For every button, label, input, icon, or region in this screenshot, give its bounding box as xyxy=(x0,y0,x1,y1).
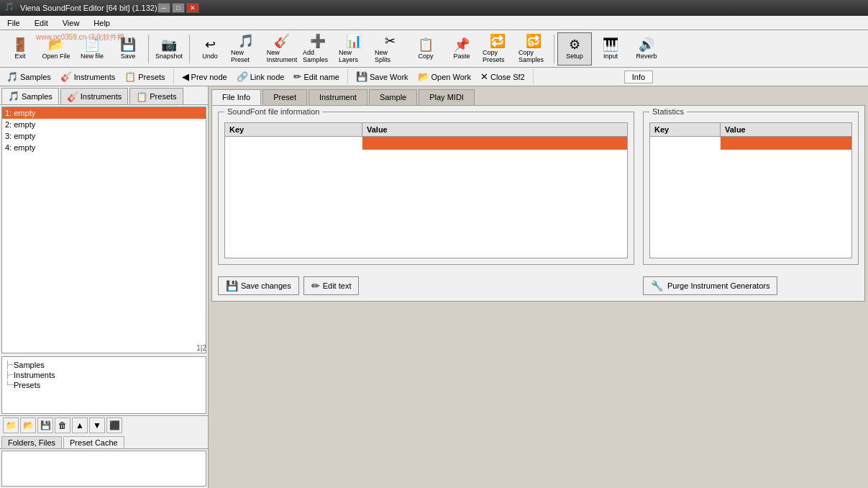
copy-button[interactable]: 📋 Copy xyxy=(408,32,443,65)
list-item[interactable]: 4: empty xyxy=(2,142,206,153)
add-samples-button[interactable]: ➕ Add Samples xyxy=(301,32,335,65)
input-button[interactable]: 🎹 Input xyxy=(593,32,628,65)
save-changes-button[interactable]: 💾 Save changes xyxy=(218,276,299,295)
tab-instruments[interactable]: 🎸 Instruments xyxy=(60,88,128,104)
purge-icon: 🔧 xyxy=(651,280,663,292)
new-splits-button[interactable]: ✂ New Splits xyxy=(373,32,407,65)
menu-edit[interactable]: Edit xyxy=(30,17,52,29)
preset-cache-tab[interactable]: Preset Cache xyxy=(63,436,124,448)
paste-button[interactable]: 📌 Paste xyxy=(444,32,479,65)
copy-label: Copy xyxy=(418,53,433,60)
copy-icon: 📋 xyxy=(418,38,434,51)
new-preset-button[interactable]: 🎵 New Preset xyxy=(229,32,263,65)
tab-samples[interactable]: 🎵 Samples xyxy=(1,88,59,104)
lb-add-button[interactable]: 📁 xyxy=(3,417,19,433)
presets-tab-button[interactable]: 📋 Presets xyxy=(121,69,168,84)
undo-button[interactable]: ↩ Undo xyxy=(193,32,227,65)
open-file-button[interactable]: 📂 Open File xyxy=(39,32,73,65)
soundfont-kv-table[interactable]: Key Value xyxy=(224,122,628,258)
tab-preset[interactable]: Preset xyxy=(262,89,307,105)
reverb-icon: 🔊 xyxy=(639,38,654,51)
stats-kv-table[interactable]: Key Value xyxy=(649,122,852,258)
lb-delete-button[interactable]: 🗑 xyxy=(55,417,70,433)
menu-bar: File Edit View Help xyxy=(0,16,868,30)
lb-down-button[interactable]: ▼ xyxy=(89,417,105,433)
close-sf2-button[interactable]: ✕ Close Sf2 xyxy=(477,69,529,84)
tab-presets[interactable]: 📋 Presets xyxy=(129,88,183,104)
setup-button[interactable]: ⚙ Setup xyxy=(557,32,592,65)
exit-button[interactable]: 🚪 Exit xyxy=(3,32,37,65)
new-instrument-button[interactable]: 🎸 New Instrument xyxy=(265,32,299,65)
undo-label: Undo xyxy=(202,53,218,60)
menu-file[interactable]: File xyxy=(3,17,24,29)
prev-node-button[interactable]: ◀ Prev node xyxy=(178,69,231,84)
maximize-button[interactable]: □ xyxy=(172,3,185,13)
instruments-tab-icon: 🎸 xyxy=(67,91,78,102)
snapshot-button[interactable]: 📷 Snapshot xyxy=(152,32,186,65)
presets-icon: 📋 xyxy=(124,71,136,82)
tab-sample[interactable]: Sample xyxy=(369,89,417,105)
open-work-button[interactable]: 📂 Open Work xyxy=(414,69,475,84)
stats-kv-row[interactable] xyxy=(650,137,851,150)
menu-view[interactable]: View xyxy=(58,17,84,29)
copy-samples-icon: 🔂 xyxy=(526,35,542,48)
new-layers-button[interactable]: 📊 New Layers xyxy=(337,32,371,65)
new-file-button[interactable]: 📄 New file xyxy=(75,32,109,65)
list-item[interactable]: 1: empty xyxy=(2,107,206,119)
file-info-main-row: SoundFont file information Key Value xyxy=(218,112,859,295)
tree-item-samples[interactable]: Samples xyxy=(5,360,203,370)
node-ops-group: ◀ Prev node 🔗 Link node ✏ Edit name xyxy=(178,69,348,84)
stats-value-header: Value xyxy=(721,123,851,136)
main-layout: 🎵 Samples 🎸 Instruments 📋 Presets 1: emp… xyxy=(0,86,868,488)
menu-help[interactable]: Help xyxy=(89,17,114,29)
list-item[interactable]: 3: empty xyxy=(2,130,206,142)
samples-tab-button[interactable]: 🎵 Samples xyxy=(3,69,55,84)
folders-files-tab[interactable]: Folders, Files xyxy=(1,436,62,448)
edit-text-button[interactable]: ✏ Edit text xyxy=(303,276,360,295)
copy-presets-button[interactable]: 🔁 Copy Presets xyxy=(480,32,515,65)
save-button[interactable]: 💾 Save xyxy=(111,32,145,65)
lb-open-button[interactable]: 📂 xyxy=(20,417,36,433)
tree-item-instruments[interactable]: Instruments xyxy=(5,370,203,380)
list-item[interactable]: 2: empty xyxy=(2,119,206,130)
input-label: Input xyxy=(603,53,618,60)
new-file-label: New file xyxy=(81,53,104,60)
minimize-button[interactable]: ─ xyxy=(157,3,170,13)
statistics-section: Statistics Key Value xyxy=(643,112,859,295)
setup-icon: ⚙ xyxy=(569,38,580,51)
item-list[interactable]: 1: empty 2: empty 3: empty 4: empty xyxy=(1,107,206,353)
copy-samples-button[interactable]: 🔂 Copy Samples xyxy=(516,32,551,65)
info-tab-button[interactable]: Info xyxy=(624,71,653,83)
new-instrument-icon: 🎸 xyxy=(274,35,290,48)
close-sf2-icon: ✕ xyxy=(480,71,488,82)
statistics-group-box: Statistics Key Value xyxy=(643,112,859,265)
samples-icon: 🎵 xyxy=(6,71,18,82)
tab-file-info[interactable]: File Info xyxy=(211,89,261,105)
save-work-button[interactable]: 💾 Save Work xyxy=(352,69,412,84)
purge-button[interactable]: 🔧 Purge Instrument Generators xyxy=(643,276,777,295)
save-work-label: Save Work xyxy=(370,73,408,81)
open-file-icon: 📂 xyxy=(48,38,64,51)
toolbar-sep-1 xyxy=(148,35,149,63)
close-button[interactable]: ✕ xyxy=(186,3,199,13)
tree-item-presets[interactable]: Presets xyxy=(5,380,203,390)
kv-row[interactable] xyxy=(225,137,627,150)
tab-play-midi[interactable]: Play MIDI xyxy=(419,89,475,105)
link-node-icon: 🔗 xyxy=(237,71,248,82)
prev-node-label: Prev node xyxy=(191,73,227,81)
item-tree[interactable]: Samples Instruments Presets xyxy=(1,356,206,414)
lb-up-button[interactable]: ▲ xyxy=(72,417,88,433)
reverb-button[interactable]: 🔊 Reverb xyxy=(629,32,664,65)
link-node-button[interactable]: 🔗 Link node xyxy=(233,69,288,84)
open-work-label: Open Work xyxy=(431,73,471,81)
edit-name-button[interactable]: ✏ Edit name xyxy=(290,69,343,84)
lb-stop-button[interactable]: ⬛ xyxy=(106,417,122,433)
tab-instrument[interactable]: Instrument xyxy=(309,89,367,105)
page-indicator: 1|2 xyxy=(196,344,206,352)
instruments-tab-button[interactable]: 🎸 Instruments xyxy=(57,69,119,84)
open-work-icon: 📂 xyxy=(418,71,429,82)
lb-save-button[interactable]: 💾 xyxy=(37,417,53,433)
value-column-header: Value xyxy=(362,123,627,136)
left-panel: 🎵 Samples 🎸 Instruments 📋 Presets 1: emp… xyxy=(0,86,209,488)
add-samples-icon: ➕ xyxy=(310,35,326,48)
